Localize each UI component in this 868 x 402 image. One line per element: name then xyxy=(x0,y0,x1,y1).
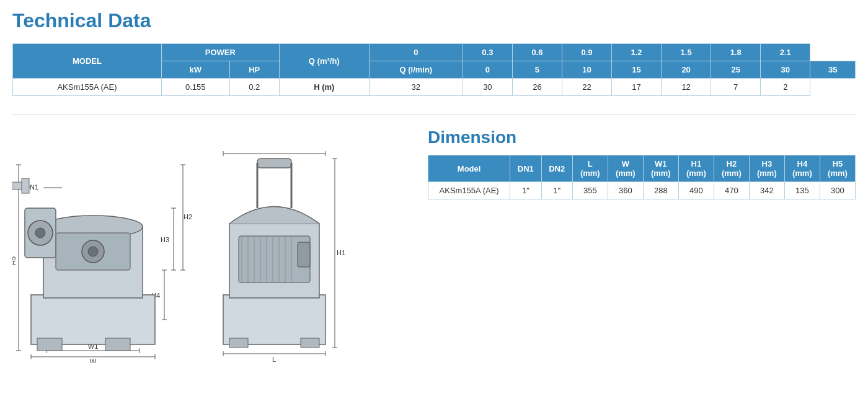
q-lmin-5: 5 xyxy=(512,61,562,79)
dim-h4-value: 135 xyxy=(784,182,820,199)
svg-text:L: L xyxy=(272,356,276,363)
front-diagram: H1 L xyxy=(211,128,347,363)
h-val-6: 7 xyxy=(711,79,761,96)
hp-value: 0.2 xyxy=(229,79,279,96)
q-lmin-25: 25 xyxy=(711,61,761,79)
dim-table-row: AKSm155A (AE) 1" 1" 355 360 288 490 470 … xyxy=(428,182,856,199)
q-lmin-10: 10 xyxy=(562,61,611,79)
dim-w-value: 360 xyxy=(608,182,643,199)
kw-value: 0.155 xyxy=(161,79,229,96)
dim-h4-header: H4(mm) xyxy=(784,155,820,182)
table-row: AKSm155A (AE) 0.155 0.2 H (m) 32 30 26 2… xyxy=(13,79,856,96)
svg-text:H5: H5 xyxy=(12,256,17,265)
dim-h5-value: 300 xyxy=(820,182,855,199)
q-lmin-15: 15 xyxy=(612,61,662,79)
dimension-section: Dimension Model DN1 DN2 L(mm) W(mm) W1(m… xyxy=(428,128,856,199)
q-col-06: 0.6 xyxy=(512,44,562,61)
section-divider xyxy=(12,115,856,115)
front-diagram-svg: H1 L xyxy=(211,128,347,363)
dim-model-value: AKSm155A (AE) xyxy=(428,182,510,199)
side-diagram-svg: H5 H2 H3 H4 DN1 DN2 xyxy=(12,128,198,363)
h-val-0: 32 xyxy=(369,79,463,96)
diagrams-area: H5 H2 H3 H4 DN1 DN2 xyxy=(12,128,409,363)
dim-h2-value: 470 xyxy=(714,182,749,199)
hp-header: HP xyxy=(229,61,279,79)
dim-h3-value: 342 xyxy=(749,182,784,199)
dim-dn1-value: 1" xyxy=(510,182,541,199)
svg-rect-40 xyxy=(22,178,29,193)
dim-h2-header: H2(mm) xyxy=(714,155,749,182)
svg-text:H2: H2 xyxy=(184,213,192,221)
power-header: POWER xyxy=(161,44,279,61)
dim-h3-header: H3(mm) xyxy=(749,155,784,182)
svg-text:H3: H3 xyxy=(161,236,169,243)
technical-data-table: MODEL POWER Q (m³/h) 0 0.3 0.6 0.9 1.2 1… xyxy=(12,43,856,96)
dim-l-value: 355 xyxy=(572,182,608,199)
svg-rect-60 xyxy=(298,242,310,267)
dim-dn2-header: DN2 xyxy=(541,155,572,182)
dim-model-header: Model xyxy=(428,155,510,182)
model-header: MODEL xyxy=(13,44,162,79)
q-lmin-35: 35 xyxy=(810,61,856,79)
dimension-table: Model DN1 DN2 L(mm) W(mm) W1(mm) H1(mm) … xyxy=(428,155,856,199)
dim-h1-value: 490 xyxy=(678,182,714,199)
q-lmin-header: Q (l/min) xyxy=(369,61,463,79)
dim-h1-header: H1(mm) xyxy=(678,155,714,182)
q-col-0: 0 xyxy=(369,44,463,61)
svg-rect-56 xyxy=(257,159,291,168)
q-col-03: 0.3 xyxy=(463,44,512,61)
svg-point-38 xyxy=(35,228,45,238)
svg-text:W: W xyxy=(90,358,97,363)
side-diagram: H5 H2 H3 H4 DN1 DN2 xyxy=(12,128,198,363)
q-lmin-20: 20 xyxy=(662,61,711,79)
page-title: Technical Data xyxy=(12,9,856,32)
dimension-title: Dimension xyxy=(428,128,856,147)
q-col-09: 0.9 xyxy=(562,44,611,61)
svg-rect-52 xyxy=(223,295,326,344)
q-lmin-0: 0 xyxy=(463,61,512,79)
svg-point-35 xyxy=(88,247,98,256)
dim-h5-header: H5(mm) xyxy=(820,155,855,182)
dim-w1-header: W1(mm) xyxy=(643,155,678,182)
h-val-1: 30 xyxy=(463,79,512,96)
svg-rect-30 xyxy=(105,338,130,351)
q-col-15: 1.5 xyxy=(662,44,711,61)
q-lmin-30: 30 xyxy=(761,61,810,79)
h-val-5: 12 xyxy=(662,79,711,96)
h-val-2: 26 xyxy=(512,79,562,96)
dim-w-header: W(mm) xyxy=(608,155,643,182)
svg-rect-54 xyxy=(301,338,319,347)
svg-rect-29 xyxy=(37,338,62,351)
q-col-12: 1.2 xyxy=(612,44,662,61)
q-col-18: 1.8 xyxy=(711,44,761,61)
q-col-21: 2.1 xyxy=(761,44,810,61)
model-value: AKSm155A (AE) xyxy=(13,79,162,96)
h-val-4: 17 xyxy=(612,79,662,96)
h-val-3: 22 xyxy=(562,79,611,96)
dim-dn1-header: DN1 xyxy=(510,155,541,182)
svg-text:H1: H1 xyxy=(337,249,345,256)
hm-label: H (m) xyxy=(279,79,369,96)
dim-dn2-value: 1" xyxy=(541,182,572,199)
svg-rect-28 xyxy=(31,295,155,344)
h-val-7: 2 xyxy=(761,79,810,96)
dim-l-header: L(mm) xyxy=(572,155,608,182)
svg-rect-53 xyxy=(229,338,248,347)
q-m3-header: Q (m³/h) xyxy=(279,44,369,79)
kw-header: kW xyxy=(161,61,229,79)
dim-w1-value: 288 xyxy=(643,182,678,199)
bottom-section: H5 H2 H3 H4 DN1 DN2 xyxy=(12,128,856,363)
